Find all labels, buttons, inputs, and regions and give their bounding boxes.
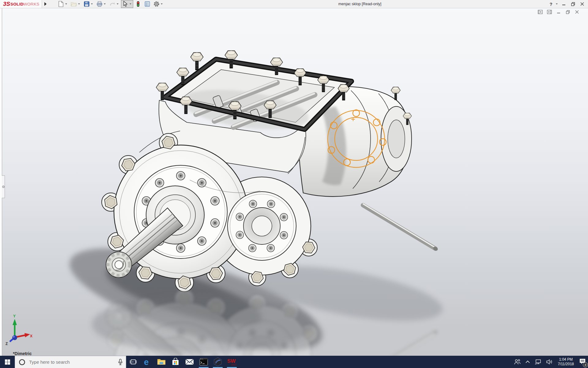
taskbar-hexagon-app[interactable] [211,356,225,368]
taskbar-solidworks-2017[interactable]: SW 2017 [225,356,239,368]
search-input[interactable] [28,359,118,365]
file-explorer-icon [157,358,166,366]
taskbar-file-explorer[interactable] [154,356,168,368]
gear-icon [153,1,160,7]
svg-text:2017: 2017 [231,363,236,366]
network-button[interactable] [532,356,544,368]
doc-minimize-button[interactable] [556,9,562,15]
graphics-viewport[interactable]: Y X Z *Dimetric [0,8,588,356]
task-view-button[interactable] [126,356,140,368]
file-properties-button[interactable] [143,0,152,8]
triad-y-label: Y [13,314,16,318]
dropdown-caret [91,3,93,5]
hidden-icons-button[interactable] [523,356,532,368]
people-icon [514,359,521,365]
notification-badge: 3 [583,362,588,367]
close-button[interactable] [578,1,586,7]
rebuild-button[interactable] [134,0,142,8]
microsoft-store-icon [172,358,179,366]
edge-icon: e [143,357,152,366]
tray-date: 7/11/2018 [558,362,574,366]
secondary-flange[interactable] [228,192,296,260]
new-document-icon [58,1,64,7]
view-orientation-label: *Dimetric [13,351,32,356]
help-dropdown-caret[interactable] [556,3,558,5]
tray-time: 1:04 PM [559,357,573,362]
system-tray: 1:04 PM 7/11/2018 3 [511,356,588,368]
select-tool-button[interactable] [121,0,133,8]
help-button[interactable]: ? [548,1,554,7]
collapse-pane-left-icon[interactable] [537,9,543,15]
task-view-icon [130,359,137,365]
orientation-triad: Y X Z [3,313,32,345]
taskbar-empty-area [239,356,511,368]
print-button[interactable] [95,0,107,8]
cortana-icon [19,359,25,366]
minimize-button[interactable] [560,1,568,7]
undo-button[interactable] [108,0,120,8]
window-title: menjac sklop [Read-only] [311,0,409,8]
microphone-icon[interactable] [118,359,123,366]
dropdown-caret [65,3,67,5]
taskbar-store[interactable] [168,356,183,368]
volume-button[interactable] [544,356,555,368]
network-icon [534,359,542,365]
document-window-controls [537,9,580,15]
ds-logo-glyph: 3S [3,1,10,7]
dropdown-caret [104,3,106,5]
thin-shaft[interactable] [363,204,439,251]
traffic-light-icon [135,1,141,7]
save-button[interactable] [82,0,95,8]
speaker-icon [546,359,553,365]
undo-arrow-icon [109,1,116,7]
doc-restore-button[interactable] [565,9,571,15]
windows-logo-icon [5,359,10,365]
select-cursor-icon [122,1,129,7]
open-button[interactable] [70,0,82,8]
mail-icon [185,358,194,365]
svg-text:e: e [144,357,149,366]
taskbar-edge[interactable]: e [140,356,154,368]
hexagon-app-icon [213,357,222,366]
quick-access-toolbar [57,0,164,8]
options-button[interactable] [152,0,164,8]
logo-solid-text: SOLID [10,2,24,6]
splitter-dot [2,186,5,188]
chevron-up-icon [525,360,530,363]
action-center-button[interactable]: 3 [577,356,588,368]
file-properties-icon [144,1,151,7]
svg-text:C:\_: C:\_ [200,358,204,360]
dropdown-caret [78,3,80,5]
dropdown-caret [130,3,131,5]
print-icon [96,1,103,7]
taskbar-mail[interactable] [183,356,197,368]
restore-button[interactable] [569,1,577,7]
dropdown-caret [161,3,163,5]
command-prompt-icon: C:\_ [199,358,208,366]
gearbox-model[interactable] [0,8,588,356]
solidworks-logo: 3S SOLID WORKS [0,0,42,8]
menu-expand-arrow[interactable] [43,1,48,7]
triad-z-label: Z [6,342,8,345]
taskbar-app-icons: e [126,356,239,368]
gearbox-assembly[interactable] [102,51,439,292]
window-controls: ? [548,0,586,8]
triad-x-label: X [30,334,32,338]
windows-taskbar: e [0,356,588,368]
solidworks-application-window: 3S SOLID WORKS [0,0,588,368]
people-button[interactable] [511,356,523,368]
dropdown-caret [117,3,119,5]
start-button[interactable] [0,356,15,368]
taskbar-search-box[interactable] [15,356,126,368]
splitter-tab-handle[interactable] [2,175,5,198]
clock[interactable]: 1:04 PM 7/11/2018 [555,356,577,368]
taskbar-command-prompt[interactable]: C:\_ [197,356,211,368]
collapse-pane-right-icon[interactable] [546,9,552,15]
solidworks-2017-icon: SW 2017 [227,357,237,366]
doc-close-button[interactable] [574,9,580,15]
title-bar: 3S SOLID WORKS [0,0,588,8]
open-folder-icon [70,1,77,7]
new-document-button[interactable] [57,0,69,8]
logo-works-text: WORKS [23,2,39,6]
save-floppy-icon [83,1,90,7]
